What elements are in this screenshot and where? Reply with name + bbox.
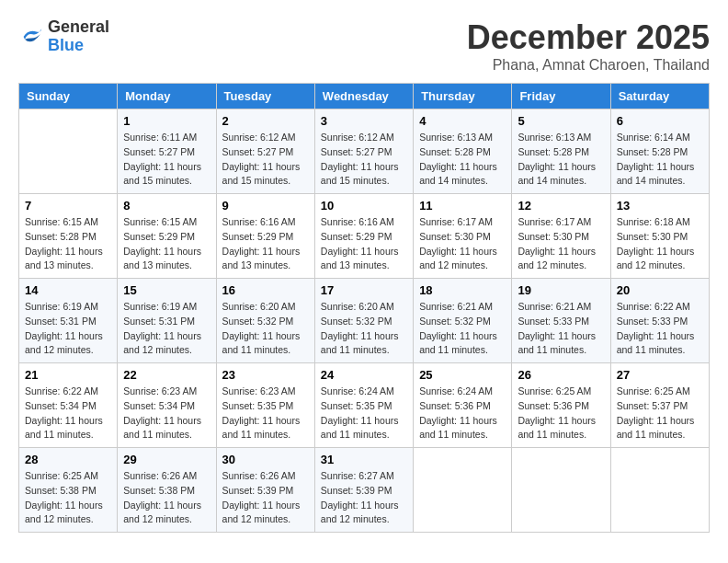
daylight-label: Daylight: 11 hours and 12 minutes. — [123, 500, 201, 525]
calendar-cell: 6 Sunrise: 6:14 AM Sunset: 5:28 PM Dayli… — [610, 109, 709, 194]
day-info: Sunrise: 6:27 AM Sunset: 5:39 PM Dayligh… — [321, 469, 407, 527]
calendar-cell: 25 Sunrise: 6:24 AM Sunset: 5:36 PM Dayl… — [414, 363, 512, 448]
sunset-label: Sunset: 5:38 PM — [25, 485, 97, 496]
sunset-label: Sunset: 5:29 PM — [123, 231, 195, 242]
day-number: 23 — [222, 368, 309, 382]
daylight-label: Daylight: 11 hours and 15 minutes. — [222, 161, 301, 187]
calendar-cell: 29 Sunrise: 6:26 AM Sunset: 5:38 PM Dayl… — [118, 448, 216, 533]
weekday-header: Friday — [512, 84, 610, 109]
day-number: 13 — [617, 199, 703, 213]
calendar-cell: 2 Sunrise: 6:12 AM Sunset: 5:27 PM Dayli… — [216, 109, 314, 194]
month-year-title: December 2025 — [467, 18, 710, 57]
day-number: 27 — [617, 368, 703, 382]
calendar-cell: 24 Sunrise: 6:24 AM Sunset: 5:35 PM Dayl… — [314, 363, 413, 448]
logo-general-text: General — [48, 18, 109, 37]
logo-blue-text: Blue — [48, 37, 109, 55]
weekday-header: Wednesday — [314, 84, 413, 109]
day-info: Sunrise: 6:17 AM Sunset: 5:30 PM Dayligh… — [419, 215, 506, 273]
sunset-label: Sunset: 5:27 PM — [123, 146, 195, 157]
calendar-cell — [19, 109, 118, 194]
daylight-label: Daylight: 11 hours and 11 minutes. — [321, 330, 399, 356]
daylight-label: Daylight: 11 hours and 12 minutes. — [25, 500, 103, 525]
calendar-cell: 18 Sunrise: 6:21 AM Sunset: 5:32 PM Dayl… — [414, 279, 512, 363]
sunset-label: Sunset: 5:36 PM — [518, 400, 589, 411]
sunset-label: Sunset: 5:31 PM — [25, 316, 97, 327]
day-number: 3 — [321, 114, 407, 128]
sunrise-label: Sunrise: 6:17 AM — [419, 216, 493, 227]
sunset-label: Sunset: 5:38 PM — [123, 485, 195, 496]
sunset-label: Sunset: 5:39 PM — [321, 485, 392, 496]
daylight-label: Daylight: 11 hours and 12 minutes. — [419, 246, 497, 271]
calendar-cell: 13 Sunrise: 6:18 AM Sunset: 5:30 PM Dayl… — [610, 194, 709, 279]
weekday-header: Monday — [118, 84, 216, 109]
sunrise-label: Sunrise: 6:21 AM — [518, 301, 591, 312]
sunset-label: Sunset: 5:28 PM — [419, 146, 491, 157]
day-info: Sunrise: 6:24 AM Sunset: 5:35 PM Dayligh… — [321, 385, 407, 442]
sunset-label: Sunset: 5:34 PM — [25, 400, 97, 411]
sunset-label: Sunset: 5:32 PM — [419, 316, 491, 327]
day-info: Sunrise: 6:23 AM Sunset: 5:34 PM Dayligh… — [123, 385, 210, 442]
day-info: Sunrise: 6:11 AM Sunset: 5:27 PM Dayligh… — [123, 131, 210, 189]
calendar-cell: 4 Sunrise: 6:13 AM Sunset: 5:28 PM Dayli… — [414, 109, 512, 194]
day-number: 21 — [25, 368, 111, 382]
weekday-header: Tuesday — [216, 84, 314, 109]
sunrise-label: Sunrise: 6:25 AM — [617, 385, 690, 396]
daylight-label: Daylight: 11 hours and 14 minutes. — [617, 161, 695, 187]
daylight-label: Daylight: 11 hours and 11 minutes. — [222, 330, 301, 356]
sunset-label: Sunset: 5:28 PM — [617, 146, 688, 157]
calendar-cell: 7 Sunrise: 6:15 AM Sunset: 5:28 PM Dayli… — [19, 194, 118, 279]
day-info: Sunrise: 6:25 AM Sunset: 5:37 PM Dayligh… — [617, 385, 703, 442]
sunset-label: Sunset: 5:35 PM — [321, 400, 392, 411]
sunrise-label: Sunrise: 6:13 AM — [419, 132, 493, 143]
day-info: Sunrise: 6:17 AM Sunset: 5:30 PM Dayligh… — [518, 215, 604, 273]
day-info: Sunrise: 6:15 AM Sunset: 5:29 PM Dayligh… — [123, 215, 210, 273]
calendar-cell: 10 Sunrise: 6:16 AM Sunset: 5:29 PM Dayl… — [314, 194, 413, 279]
sunrise-label: Sunrise: 6:11 AM — [123, 132, 197, 143]
sunrise-label: Sunrise: 6:23 AM — [222, 385, 296, 396]
sunrise-label: Sunrise: 6:20 AM — [321, 301, 394, 312]
day-info: Sunrise: 6:26 AM Sunset: 5:38 PM Dayligh… — [123, 469, 210, 527]
calendar-cell: 26 Sunrise: 6:25 AM Sunset: 5:36 PM Dayl… — [512, 363, 610, 448]
day-number: 25 — [419, 368, 506, 382]
day-info: Sunrise: 6:19 AM Sunset: 5:31 PM Dayligh… — [25, 300, 111, 358]
sunset-label: Sunset: 5:37 PM — [617, 400, 688, 411]
calendar-cell: 11 Sunrise: 6:17 AM Sunset: 5:30 PM Dayl… — [414, 194, 512, 279]
sunrise-label: Sunrise: 6:25 AM — [25, 470, 98, 481]
sunrise-label: Sunrise: 6:20 AM — [222, 301, 296, 312]
weekday-header: Thursday — [414, 84, 512, 109]
calendar-table: SundayMondayTuesdayWednesdayThursdayFrid… — [18, 83, 710, 533]
day-info: Sunrise: 6:20 AM Sunset: 5:32 PM Dayligh… — [321, 300, 407, 358]
sunrise-label: Sunrise: 6:14 AM — [617, 132, 690, 143]
day-info: Sunrise: 6:16 AM Sunset: 5:29 PM Dayligh… — [321, 215, 407, 273]
daylight-label: Daylight: 11 hours and 11 minutes. — [617, 330, 695, 356]
sunrise-label: Sunrise: 6:17 AM — [518, 216, 591, 227]
day-info: Sunrise: 6:21 AM Sunset: 5:32 PM Dayligh… — [419, 300, 506, 358]
day-number: 31 — [321, 453, 407, 466]
day-number: 2 — [222, 114, 309, 128]
weekday-header: Sunday — [19, 84, 118, 109]
day-number: 11 — [419, 199, 506, 213]
sunrise-label: Sunrise: 6:21 AM — [419, 301, 493, 312]
day-info: Sunrise: 6:24 AM Sunset: 5:36 PM Dayligh… — [419, 385, 506, 442]
daylight-label: Daylight: 11 hours and 13 minutes. — [321, 246, 399, 271]
calendar-cell: 21 Sunrise: 6:22 AM Sunset: 5:34 PM Dayl… — [19, 363, 118, 448]
sunrise-label: Sunrise: 6:24 AM — [321, 385, 394, 396]
sunrise-label: Sunrise: 6:15 AM — [25, 216, 98, 227]
day-number: 10 — [321, 199, 407, 213]
sunrise-label: Sunrise: 6:16 AM — [222, 216, 296, 227]
daylight-label: Daylight: 11 hours and 13 minutes. — [222, 246, 301, 271]
sunrise-label: Sunrise: 6:22 AM — [617, 301, 690, 312]
day-info: Sunrise: 6:22 AM Sunset: 5:33 PM Dayligh… — [617, 300, 703, 358]
sunset-label: Sunset: 5:30 PM — [518, 231, 589, 242]
day-number: 19 — [518, 283, 604, 297]
sunrise-label: Sunrise: 6:18 AM — [617, 216, 690, 227]
sunset-label: Sunset: 5:34 PM — [123, 400, 195, 411]
daylight-label: Daylight: 11 hours and 12 minutes. — [25, 330, 103, 356]
sunrise-label: Sunrise: 6:22 AM — [25, 385, 98, 396]
day-number: 4 — [419, 114, 506, 128]
day-number: 30 — [222, 453, 309, 466]
calendar-cell: 22 Sunrise: 6:23 AM Sunset: 5:34 PM Dayl… — [118, 363, 216, 448]
calendar-cell: 23 Sunrise: 6:23 AM Sunset: 5:35 PM Dayl… — [216, 363, 314, 448]
sunrise-label: Sunrise: 6:13 AM — [518, 132, 591, 143]
sunset-label: Sunset: 5:29 PM — [222, 231, 294, 242]
